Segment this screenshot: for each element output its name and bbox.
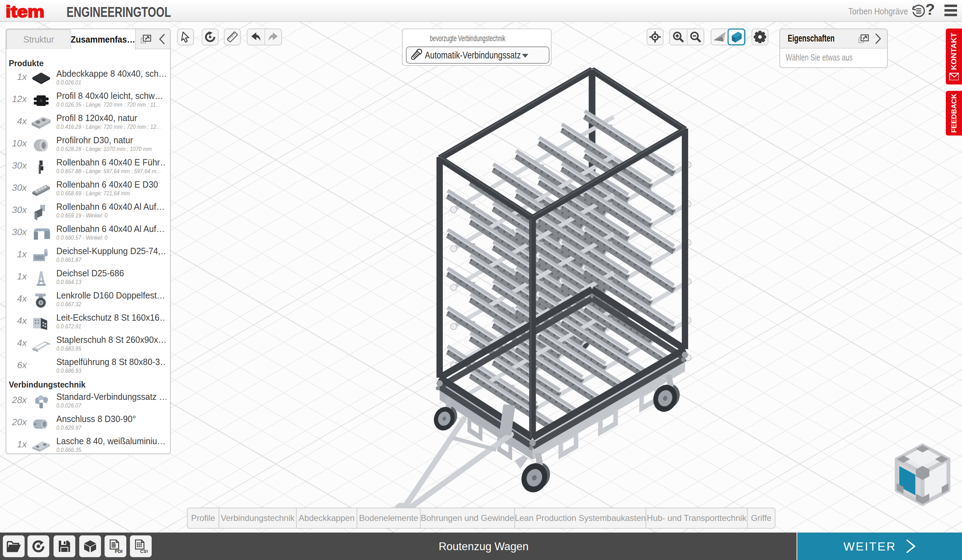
svg-text:PDF: PDF: [115, 549, 123, 553]
svg-text:CSV: CSV: [140, 549, 148, 553]
